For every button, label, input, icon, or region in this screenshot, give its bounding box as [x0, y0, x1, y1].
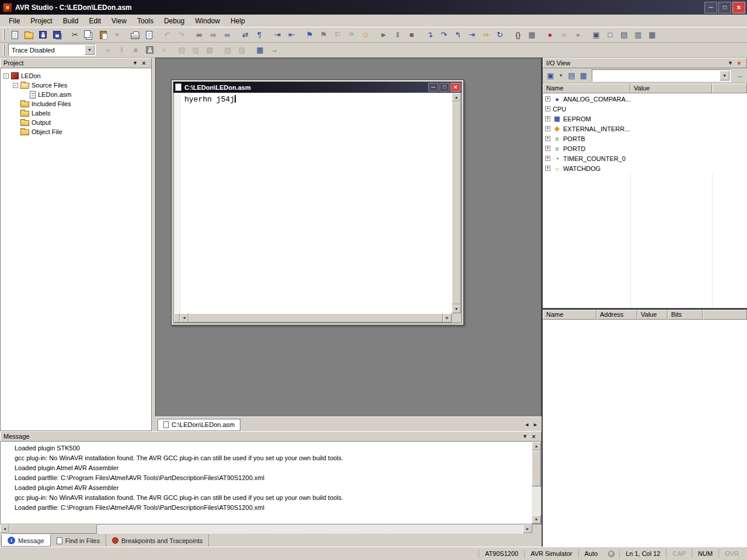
tree-expander[interactable]: - — [4, 74, 11, 79]
minimize-button[interactable]: ─ — [428, 83, 438, 92]
editor-text[interactable]: hyerhn j54j — [184, 95, 235, 104]
panel-collapse-button[interactable]: ▼ — [131, 59, 139, 67]
indent-button[interactable]: ⇥ — [271, 29, 284, 41]
replace-button[interactable]: ⇄ — [239, 29, 252, 41]
scroll-right-icon[interactable]: ► — [523, 524, 532, 533]
message-horizontal-scrollbar[interactable]: ◄ ► — [0, 524, 542, 534]
panel-collapse-button[interactable]: ▼ — [726, 59, 735, 67]
editor-window-titlebar[interactable]: C:\LEDon\LEDon.asm ─ □ × — [173, 82, 462, 93]
trace-pause-button[interactable]: ‖ — [115, 44, 128, 57]
row-expander[interactable]: + — [545, 106, 553, 111]
scroll-up-icon[interactable]: ▲ — [452, 93, 461, 102]
auto-step-button[interactable]: ↻ — [493, 29, 507, 41]
trace-mode-combobox[interactable]: Trace Disabled ▼ — [8, 44, 96, 56]
scroll-down-icon[interactable]: ▼ — [452, 304, 461, 313]
minimize-button[interactable]: ─ — [704, 2, 717, 13]
save-all-button[interactable] — [50, 29, 64, 41]
print-button[interactable] — [128, 29, 142, 41]
scroll-up-icon[interactable]: ▲ — [532, 442, 541, 450]
scrollbar-thumb[interactable] — [189, 313, 443, 323]
program-memory-button[interactable]: ▤ — [175, 44, 189, 57]
close-button[interactable]: × — [451, 83, 460, 92]
column-header[interactable]: Value — [637, 310, 668, 320]
maximize-button[interactable]: □ — [439, 83, 449, 92]
panel-close-button[interactable]: × — [139, 59, 148, 67]
io-list-view-button[interactable]: ▤ — [566, 70, 577, 82]
pause-button[interactable]: ‖ — [391, 29, 404, 41]
panel-close-button[interactable]: × — [735, 59, 743, 67]
toolbar-grip[interactable] — [3, 30, 5, 40]
output-tab[interactable]: Find in Files — [51, 534, 106, 547]
tab-scroll-left-icon[interactable]: ◄ — [524, 422, 529, 428]
panel-close-button[interactable]: × — [529, 432, 538, 440]
tree-item[interactable]: Output — [1, 118, 151, 127]
scroll-right-icon[interactable]: ► — [443, 313, 452, 323]
menu-item[interactable]: Tools — [132, 15, 159, 27]
previous-bookmark-button[interactable]: ⚐ — [331, 29, 344, 41]
tree-item[interactable]: - Source Files — [1, 80, 151, 90]
io-module-row[interactable]: + ◆ EXTERNAL_INTERR... — [543, 124, 747, 134]
register-view-button[interactable]: ▧ — [221, 44, 235, 57]
scrollbar-track[interactable] — [97, 524, 523, 534]
maximize-button[interactable]: □ — [718, 2, 731, 13]
data-memory-button[interactable]: ▥ — [189, 44, 203, 57]
run-to-cursor-button[interactable]: ⇥ — [465, 29, 479, 41]
find-next-button[interactable]: ∞ — [221, 29, 234, 41]
close-button[interactable]: × — [732, 2, 745, 13]
menu-item[interactable]: View — [106, 15, 132, 27]
io-device-button[interactable]: ▣ — [545, 70, 556, 82]
output-tab[interactable]: i Message — [1, 534, 51, 547]
disassembler-view-button[interactable]: ▨ — [235, 44, 249, 57]
tree-item[interactable]: - LEDon — [1, 71, 151, 80]
message-vertical-scrollbar[interactable]: ▲ ▼ — [532, 442, 541, 524]
toolbar-grip[interactable] — [3, 45, 5, 55]
scrollbar-thumb[interactable] — [532, 450, 541, 487]
code-editor[interactable]: hyerhn j54j — [174, 93, 452, 313]
copy-button[interactable] — [82, 29, 96, 41]
clear-bookmarks-button[interactable]: ⚑ — [345, 29, 358, 41]
document-tab[interactable]: C:\LEDon\LEDon.asm — [158, 419, 240, 431]
paste-button[interactable] — [96, 29, 110, 41]
quickwatch-button[interactable]: {} — [511, 29, 525, 41]
step-into-button[interactable]: ↴ — [423, 29, 437, 41]
row-expander[interactable]: + — [545, 166, 553, 171]
io-module-row[interactable]: + ● ANALOG_COMPARA... — [543, 94, 747, 104]
remove-all-breakpoints-button[interactable]: ○ — [557, 29, 571, 41]
toggle-breakpoint-button[interactable]: ● — [543, 29, 557, 41]
column-header[interactable]: Value — [630, 83, 712, 93]
find-in-files-button[interactable]: ∞ — [207, 29, 220, 41]
io-go-button[interactable]: → — [734, 70, 745, 82]
scroll-left-icon[interactable]: ◄ — [0, 524, 9, 533]
column-header[interactable]: Bits — [668, 310, 703, 320]
io-module-row[interactable]: + ▦ EEPROM — [543, 114, 747, 124]
open-file-button[interactable] — [22, 29, 36, 41]
trace-stop-button[interactable]: ■ — [129, 44, 142, 57]
menu-item[interactable]: Project — [25, 15, 57, 27]
io-filter-combobox[interactable]: ▼ — [592, 69, 731, 82]
menu-item[interactable]: Help — [225, 15, 250, 27]
scroll-left-icon[interactable]: ◄ — [180, 313, 189, 323]
new-file-button[interactable] — [8, 29, 22, 41]
io-module-row[interactable]: + ☼ WATCHDOG — [543, 163, 747, 173]
output-tab[interactable]: Breakpoints and Tracepoints — [106, 534, 209, 547]
menu-item[interactable]: Window — [190, 15, 225, 27]
delete-button[interactable]: × — [110, 29, 124, 41]
row-expander[interactable]: + — [545, 126, 553, 131]
scroll-down-icon[interactable]: ▼ — [532, 515, 541, 524]
run-button[interactable]: ► — [377, 29, 390, 41]
tab-scroll-right-icon[interactable]: ► — [533, 422, 538, 428]
menu-item[interactable]: File — [4, 15, 25, 27]
next-statement-button[interactable]: ⇒ — [479, 29, 493, 41]
menu-item[interactable]: Build — [58, 15, 84, 27]
io-view-toggle-button[interactable]: ▦ — [253, 44, 267, 57]
row-expander[interactable]: + — [545, 146, 553, 151]
tree-expander[interactable]: - — [13, 83, 20, 88]
row-expander[interactable]: + — [545, 156, 553, 161]
tip-of-the-day-button[interactable]: ☺ — [359, 29, 372, 41]
row-expander[interactable]: + — [545, 136, 553, 141]
undo-button[interactable]: ↶ — [160, 29, 174, 41]
menu-item[interactable]: Debug — [159, 15, 190, 27]
step-out-button[interactable]: ↰ — [451, 29, 465, 41]
io-module-row[interactable]: + CPU — [543, 104, 747, 114]
scrollbar-track[interactable] — [532, 487, 541, 515]
